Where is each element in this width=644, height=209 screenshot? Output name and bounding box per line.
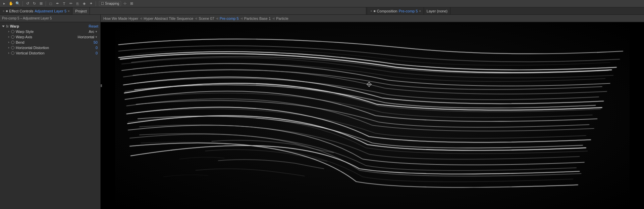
zoom-tool-icon[interactable]: 🔍 [15, 1, 21, 7]
bend-expand [8, 41, 10, 43]
main-content: fx Warp Reset Warp Style Arc ▼ Warp Axis [0, 22, 644, 209]
layer-tab[interactable]: Layer (none) [424, 7, 450, 14]
breadcrumb-container: How We Made Hyper ◀ Hyper Abstract Title… [101, 15, 644, 22]
text-tool-icon[interactable]: T [61, 1, 67, 7]
project-tab[interactable]: Project [72, 7, 90, 14]
rect-tool-icon[interactable]: □ [48, 1, 54, 7]
warp-axis-dropdown[interactable]: Horizontal ▼ [78, 35, 98, 39]
vert-dist-circle [11, 51, 14, 55]
puppet-tool-icon[interactable]: ✦ [88, 1, 94, 7]
chevron-1: ◀ [140, 16, 142, 20]
effect-controls-tab[interactable]: × ■ Effect Controls Adjustment Layer 5 ≡ [0, 7, 72, 14]
chevron-4: ◀ [240, 16, 243, 20]
chevron-3: ◀ [216, 16, 218, 20]
vert-dist-expand [8, 52, 10, 54]
toolbar-sep-1 [22, 1, 23, 6]
magnet-icon[interactable]: ⊹ [122, 1, 128, 7]
hand-tool-icon[interactable]: ✋ [8, 1, 14, 7]
ec-close-icon[interactable]: × [3, 9, 4, 13]
snapping-button[interactable]: ☐ Snapping [99, 1, 121, 6]
layer-label: Layer (none) [427, 9, 447, 13]
vert-distortion-property[interactable]: Vertical Distortion 0 [0, 50, 100, 56]
tab-spacer [90, 7, 367, 14]
horiz-distortion-property[interactable]: Horizontal Distortion 0 [0, 45, 100, 50]
composition-tabs-area: × ■ Composition Pre-comp 5 ≡ Layer (none… [368, 7, 644, 14]
horiz-dist-label: Horizontal Distortion [16, 46, 94, 50]
effect-controls-label: Effect Controls [9, 9, 33, 13]
fx-badge: fx [6, 25, 9, 28]
pen-tool-icon[interactable]: ✒ [54, 1, 60, 7]
clone-tool-icon[interactable]: ⎘ [74, 1, 80, 7]
vert-dist-label: Vertical Distortion [16, 51, 94, 55]
bend-circle [11, 41, 14, 44]
warp-effect-name: Warp [10, 24, 87, 28]
project-label: Project [75, 9, 87, 13]
breadcrumb-hyper-abstract[interactable]: Hyper Abstract Title Sequence [144, 16, 193, 20]
composition-label: Composition [377, 9, 397, 13]
warp-expand-icon [2, 26, 5, 27]
chevron-5: ◀ [272, 16, 275, 20]
warp-style-expand [8, 31, 10, 33]
warp-axis-arrow: ▼ [95, 36, 98, 39]
breadcrumb-row: Pre-comp 5 – Adjustment Layer 5 How We M… [0, 15, 644, 22]
comp-close-icon[interactable]: × [370, 9, 372, 13]
breadcrumb-how-we-made[interactable]: How We Made Hyper [103, 16, 138, 20]
toolbar-sep-3 [96, 1, 96, 6]
horiz-dist-value[interactable]: 0 [96, 46, 98, 50]
warp-axis-expand [8, 36, 10, 38]
breadcrumb-precomp5[interactable]: Pre-comp 5 [220, 16, 239, 20]
warp-axis-circle [11, 35, 14, 39]
top-toolbar: ▸ ✋ 🔍 ↺ ↻ ⊞ □ ✒ T ✏ ⎘ ◈ ✦ ☐ Snapping ⊹ ⊞ [0, 0, 644, 7]
breadcrumb-scene07[interactable]: Scene 07 [199, 16, 214, 20]
left-panel: fx Warp Reset Warp Style Arc ▼ Warp Axis [0, 22, 101, 209]
warp-style-dropdown[interactable]: Arc ▼ [89, 30, 98, 34]
warp-axis-property[interactable]: Warp Axis Horizontal ▼ [0, 34, 100, 40]
grid-icon[interactable]: ⊞ [128, 1, 135, 7]
reset-button[interactable]: Reset [89, 24, 98, 28]
ec-menu-icon[interactable]: ≡ [68, 9, 69, 13]
snapping-label: Snapping [105, 2, 119, 5]
warp-style-arrow: ▼ [95, 30, 98, 33]
warp-style-circle [11, 30, 14, 33]
comp-menu-icon[interactable]: ≡ [419, 9, 421, 13]
arrow-tool-icon[interactable]: ▸ [1, 1, 7, 7]
panel-header-label: Pre-comp 5 – Adjustment Layer 5 [0, 15, 101, 22]
ec-icon: ■ [6, 9, 8, 13]
warp-effect-header[interactable]: fx Warp Reset [0, 24, 100, 29]
align-tool-icon[interactable]: ⊞ [38, 1, 44, 7]
warp-style-property[interactable]: Warp Style Arc ▼ [0, 29, 100, 34]
panel-tabs-row: × ■ Effect Controls Adjustment Layer 5 ≡… [0, 7, 644, 15]
warp-effect-section: fx Warp Reset Warp Style Arc ▼ Warp Axis [0, 22, 100, 57]
breadcrumb-particle[interactable]: Particle [276, 16, 288, 20]
pin-tool-icon[interactable]: ◈ [81, 1, 87, 7]
rotate-tool-icon[interactable]: ↺ [24, 1, 31, 7]
comp-icon: ■ [374, 9, 376, 13]
layer-name-label: Adjustment Layer 5 [35, 9, 66, 13]
warp-axis-value[interactable]: Horizontal [78, 35, 95, 39]
breadcrumb-particles-base[interactable]: Particles Base 1 [244, 16, 271, 20]
horiz-dist-circle [11, 46, 14, 49]
vert-dist-value[interactable]: 0 [96, 51, 98, 55]
chevron-2: ◀ [195, 16, 197, 20]
bend-label: Bend [16, 40, 92, 44]
bend-value[interactable]: 50 [94, 40, 98, 44]
brush-tool-icon[interactable]: ✏ [68, 1, 74, 7]
comp-name-label: Pre-comp 5 [399, 9, 418, 13]
warp-style-value[interactable]: Arc [89, 30, 95, 34]
composition-panel[interactable] [101, 22, 644, 209]
toolbar-sep-2 [46, 1, 46, 6]
snapping-checkbox[interactable]: ☐ [101, 2, 104, 5]
rotate2-tool-icon[interactable]: ↻ [31, 1, 37, 7]
warp-canvas [101, 22, 644, 209]
svg-rect-0 [115, 22, 630, 209]
warp-axis-label: Warp Axis [16, 35, 76, 39]
composition-tab[interactable]: × ■ Composition Pre-comp 5 ≡ [368, 7, 424, 14]
warp-style-label: Warp Style [16, 30, 88, 34]
bend-property[interactable]: Bend 50 [0, 40, 100, 45]
horiz-dist-expand [8, 47, 10, 49]
